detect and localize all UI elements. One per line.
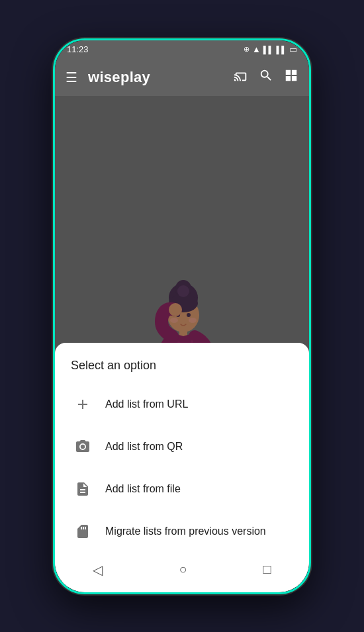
file-icon xyxy=(71,477,95,501)
signal-icon: ▌▌ xyxy=(263,46,274,54)
menu-button[interactable]: ☰ xyxy=(66,69,77,85)
search-button[interactable] xyxy=(259,68,273,86)
bottom-sheet: Select an option Add list from URL xyxy=(55,343,309,592)
bottom-sheet-title: Select an option xyxy=(55,359,309,383)
status-bar: 11:23 ⊕ ▲ ▌▌ ▌▌ ▭ xyxy=(55,40,309,59)
recent-button[interactable]: □ xyxy=(250,557,284,582)
status-icons: ⊕ ▲ ▌▌ ▌▌ ▭ xyxy=(244,44,297,54)
add-qr-label: Add list from QR xyxy=(105,441,183,453)
home-button[interactable]: ○ xyxy=(165,557,200,582)
app-title: wiseplay xyxy=(88,69,234,86)
nfc-icon: ⊕ xyxy=(244,45,250,54)
nav-bar: ◁ ○ □ xyxy=(55,553,309,587)
app-bar-actions xyxy=(234,68,298,86)
migrate-option[interactable]: Migrate lists from previous version xyxy=(55,510,309,553)
plus-icon xyxy=(71,392,95,416)
grid-button[interactable] xyxy=(284,68,298,86)
status-time: 11:23 xyxy=(67,44,89,54)
cast-button[interactable] xyxy=(234,68,248,86)
camera-icon xyxy=(71,435,95,459)
add-url-label: Add list from URL xyxy=(105,398,188,410)
add-file-label: Add list from file xyxy=(105,483,181,495)
wifi-icon: ▲ xyxy=(252,44,261,54)
back-button[interactable]: ◁ xyxy=(79,557,116,583)
add-qr-option[interactable]: Add list from QR xyxy=(55,426,309,468)
battery-icon: ▭ xyxy=(289,44,297,54)
add-url-option[interactable]: Add list from URL xyxy=(55,383,309,426)
phone-frame: 11:23 ⊕ ▲ ▌▌ ▌▌ ▭ ☰ wiseplay xyxy=(53,38,311,594)
phone-screen: 11:23 ⊕ ▲ ▌▌ ▌▌ ▭ ☰ wiseplay xyxy=(55,40,309,592)
main-content: There are no available lists. Select an … xyxy=(55,96,309,592)
add-file-option[interactable]: Add list from file xyxy=(55,468,309,510)
app-bar: ☰ wiseplay xyxy=(55,59,309,96)
migrate-label: Migrate lists from previous version xyxy=(105,525,266,537)
sd-card-icon xyxy=(71,519,95,543)
signal-icon-2: ▌▌ xyxy=(276,46,287,54)
